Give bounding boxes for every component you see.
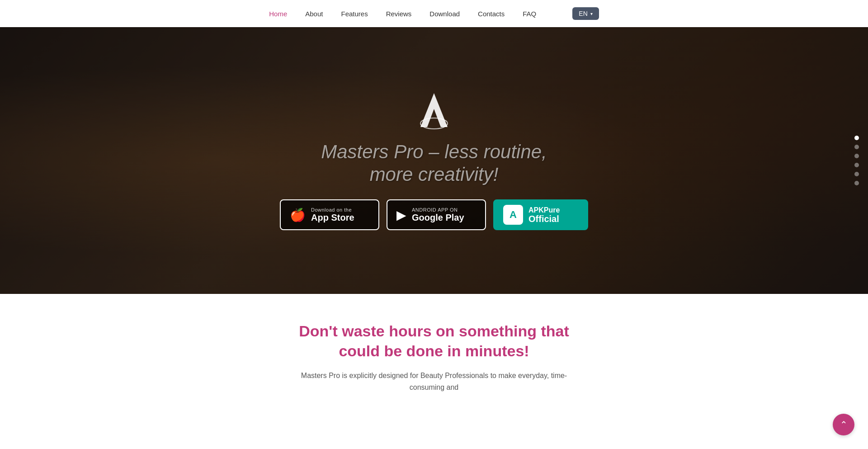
appstore-button[interactable]: 🍎 Download on the App Store [280,199,379,230]
googleplay-small-text: ANDROID APP ON [412,207,464,213]
nav-reviews[interactable]: Reviews [386,10,412,18]
navbar: Home About Features Reviews Download Con… [0,0,868,27]
apkpure-button[interactable]: A APKPure Official [493,199,588,230]
slide-dot-6[interactable] [854,181,859,185]
googleplay-button[interactable]: ▶ ANDROID APP ON Google Play [387,199,486,230]
slide-dots [854,136,859,185]
lang-label: EN [579,10,587,17]
appstore-large-text: App Store [311,213,354,222]
apkpure-logo: A [503,205,523,225]
main-section: Don't waste hours on something that coul… [0,294,868,411]
hero-title: Masters Pro – less routine, more creativ… [321,141,547,186]
slide-dot-3[interactable] [854,154,859,158]
hero-content: Masters Pro – less routine, more creativ… [0,27,868,294]
nav-about[interactable]: About [305,10,323,18]
chevron-down-icon: ▾ [590,11,593,16]
apkpure-text: APKPure Official [528,206,560,224]
section-headline: Don't waste hours on something that coul… [9,321,859,361]
section-subtext: Masters Pro is explicitly designed for B… [289,370,579,393]
nav-download[interactable]: Download [429,10,460,18]
download-buttons: 🍎 Download on the App Store ▶ ANDROID AP… [280,199,588,230]
apkpure-sublabel: Official [528,214,560,224]
slide-dot-1[interactable] [854,136,859,140]
nav-contacts[interactable]: Contacts [478,10,505,18]
play-icon: ▶ [396,208,406,222]
slide-dot-4[interactable] [854,163,859,167]
googleplay-text: ANDROID APP ON Google Play [412,207,464,222]
app-logo [416,91,452,132]
apkpure-logo-letter: A [509,209,517,221]
nav-features[interactable]: Features [341,10,368,18]
nav-links: Home About Features Reviews Download Con… [269,7,599,20]
slide-dot-5[interactable] [854,172,859,176]
nav-home[interactable]: Home [269,10,287,18]
apkpure-label: APKPure [528,206,560,214]
appstore-text: Download on the App Store [311,207,354,222]
language-selector[interactable]: EN ▾ [572,7,599,20]
googleplay-large-text: Google Play [412,213,464,222]
nav-faq[interactable]: FAQ [523,10,536,18]
apple-icon: 🍎 [290,208,306,222]
appstore-small-text: Download on the [311,207,354,213]
slide-dot-2[interactable] [854,145,859,149]
hero-section: Masters Pro – less routine, more creativ… [0,27,868,294]
